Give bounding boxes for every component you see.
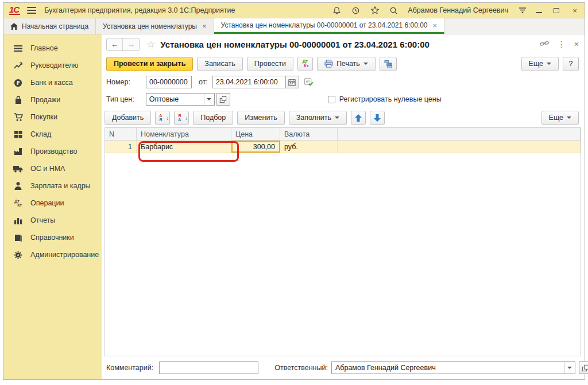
comment-label: Комментарий: [106,364,153,372]
sidebar-item-bank-cash[interactable]: ₽ Банк и касса [3,74,102,91]
related-documents-button[interactable] [380,57,397,71]
comment-field[interactable] [159,361,258,374]
sort-descending-button[interactable]: ЯА↓ [174,111,189,125]
tab-close-icon[interactable]: × [202,22,207,30]
post-button[interactable]: Провести [247,57,293,71]
cart-icon [13,112,23,122]
get-link-icon[interactable] [540,40,549,49]
sidebar-item-manager[interactable]: Руководителю [3,57,102,74]
maximize-button[interactable] [554,8,562,13]
number-field[interactable] [146,76,192,88]
sidebar-item-reports[interactable]: Отчеты [3,212,102,229]
open-responsible-icon[interactable] [579,361,588,374]
calendar-icon[interactable] [285,76,299,88]
date-field[interactable] [212,76,285,88]
table-empty-area [105,153,581,356]
add-row-button[interactable]: Добавить [105,111,151,125]
price-type-combobox[interactable]: Оптовые [146,93,215,106]
favorite-star-icon[interactable]: ☆ [146,38,155,50]
responsible-label: Ответственный: [274,364,328,372]
printer-icon [324,60,333,68]
ruble-circle-icon: ₽ [13,78,23,88]
trend-icon [13,61,23,71]
dropdown-caret-icon [363,63,368,65]
menu-icon [13,44,23,53]
tab-close-icon[interactable]: × [433,21,438,30]
tab-label: Начальная страница [22,22,88,30]
table-row[interactable]: 1 Барбарис 300,00 руб. [105,141,581,153]
move-up-button[interactable] [351,111,366,125]
sidebar-item-operations[interactable]: ДтКт Операции [3,195,102,212]
structure-icon [384,60,393,68]
dtkt-postings-button[interactable]: ДтКт [297,57,313,71]
sidebar-item-purchases[interactable]: Покупки [3,108,102,126]
close-form-icon[interactable]: × [574,40,579,49]
number-label: Номер: [106,78,130,86]
sidebar-item-salary-hr[interactable]: Зарплата и кадры [3,177,102,195]
responsible-value: Абрамов Геннадий Сергеевич [332,364,564,372]
fill-button[interactable]: Заполнить [289,111,347,125]
chevron-down-icon[interactable] [564,362,575,374]
sidebar-item-administration[interactable]: Администрирование [3,246,102,263]
move-down-button[interactable] [370,111,385,125]
main-menu-icon[interactable] [27,7,36,14]
forward-button[interactable]: → [123,38,139,50]
responsible-combobox[interactable]: Абрамов Геннадий Сергеевич [331,361,575,374]
title-bar: 1С Бухгалтерия предприятия, редакция 3.0… [3,3,585,18]
book-icon [13,233,23,243]
tab-price-setting-document[interactable]: Установка цен номенклатуры 00-00000001 о… [214,18,445,34]
bag-icon [13,95,23,105]
cell-price-selected[interactable]: 300,00 [231,141,280,153]
cell-row-number[interactable]: 1 [105,141,137,153]
dtkt-icon: ДтКт [13,199,23,208]
svg-text:₽: ₽ [17,80,20,85]
form-more-button[interactable]: Еще [521,57,559,71]
post-and-close-button[interactable]: Провести и закрыть [106,57,193,71]
items-table: N Номенклатура Цена Валюта 1 Барбарис 30… [105,127,581,356]
truck-icon [13,164,23,174]
column-header-currency[interactable]: Валюта [280,128,338,140]
open-price-type-icon[interactable] [216,93,230,106]
price-type-label: Тип цен: [106,95,134,103]
bar-chart-icon [13,216,23,225]
favorites-star-icon[interactable] [370,6,380,15]
history-icon[interactable] [351,6,361,15]
table-more-button[interactable]: Еще [541,111,579,125]
current-user[interactable]: Абрамов Геннадий Сергеевич [408,6,508,14]
help-button[interactable]: ? [563,57,579,71]
service-menu-icon[interactable] [517,6,527,15]
tab-home[interactable]: Начальная страница [3,18,96,34]
edit-button[interactable]: Изменить [237,111,284,125]
sidebar-item-references[interactable]: Справочники [3,229,102,246]
print-button[interactable]: Печать [317,57,376,71]
close-window-icon[interactable]: × [571,6,579,15]
tab-price-setting-list[interactable]: Установка цен номенклатуры × [96,18,214,34]
chevron-down-icon[interactable] [204,94,214,105]
sidebar-item-warehouse[interactable]: Склад [3,126,102,143]
search-icon[interactable] [389,6,399,15]
back-button[interactable]: ← [107,38,123,50]
column-header-n[interactable]: N [105,128,137,140]
cell-currency[interactable]: руб. [280,141,338,153]
register-zero-prices-label: Регистрировать нулевые цены [339,95,442,103]
command-bar: Провести и закрыть Записать Провести ДтК… [102,54,585,73]
sidebar-item-sales[interactable]: Продажи [3,91,102,108]
checkbox-icon[interactable] [328,96,335,103]
column-header-price[interactable]: Цена [231,128,280,140]
more-dots-icon[interactable]: ⋮ [558,40,566,49]
notifications-bell-icon[interactable] [332,6,342,15]
column-header-nomenclature[interactable]: Номенклатура [137,128,231,140]
pick-button[interactable]: Подбор [193,111,233,125]
tab-label: Установка цен номенклатуры [103,22,197,30]
save-button[interactable]: Записать [197,57,242,71]
document-title: Установка цен номенклатуры 00-00000001 о… [160,40,430,49]
register-zero-prices-checkbox[interactable]: Регистрировать нулевые цены [328,95,442,103]
form-footer: Комментарий: Ответственный: Абрамов Генн… [102,356,585,379]
app-window: 1С Бухгалтерия предприятия, редакция 3.0… [3,2,585,380]
cell-nomenclature[interactable]: Барбарис [137,141,231,153]
sidebar-item-production[interactable]: Производство [3,143,102,160]
sort-ascending-button[interactable]: АЯ↓ [155,111,170,125]
sidebar-item-main[interactable]: Главное [3,40,102,57]
sidebar-item-fixed-assets[interactable]: ОС и НМА [3,160,102,177]
minimize-button[interactable] [536,7,544,13]
